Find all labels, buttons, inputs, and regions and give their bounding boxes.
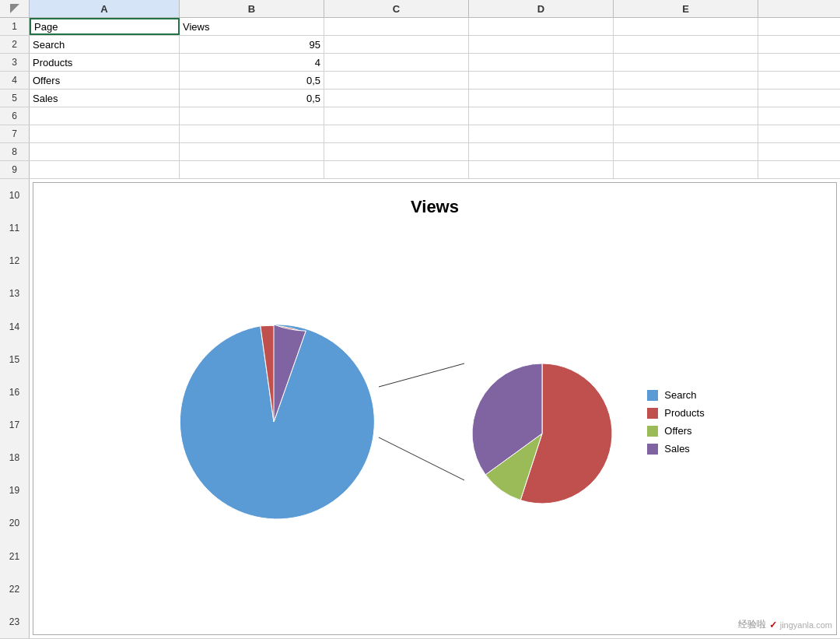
watermark-check-icon: ✓ [769, 620, 777, 630]
cell-b3[interactable]: 4 [180, 54, 324, 71]
cell-e1[interactable] [614, 18, 758, 35]
row-num-4: 4 [0, 72, 30, 89]
grid-area: 1 Page Views 2 Search 95 3 Products 4 [0, 18, 840, 639]
cell-c9[interactable] [324, 161, 469, 178]
legend-item-products: Products [647, 407, 704, 419]
cell-d8[interactable] [469, 143, 614, 160]
cell-b6[interactable] [180, 107, 324, 125]
connector-bottom-line [379, 437, 464, 480]
legend-color-products [647, 408, 658, 419]
legend-item-sales: Sales [647, 443, 704, 455]
select-all-icon[interactable] [10, 4, 19, 13]
row-num-16: 16 [0, 376, 30, 409]
cell-d6[interactable] [469, 107, 614, 125]
row-num-5: 5 [0, 90, 30, 107]
row-num-11: 11 [0, 212, 30, 244]
row-num-13: 13 [0, 277, 30, 310]
table-row: 1 Page Views [0, 18, 840, 36]
cell-b5[interactable]: 0,5 [180, 90, 324, 107]
cell-a2[interactable]: Search [30, 36, 180, 53]
row-num-23: 23 [0, 606, 30, 638]
table-row: 9 [0, 161, 840, 179]
cell-a1[interactable]: Page [30, 18, 180, 35]
cell-e4[interactable] [614, 72, 758, 89]
row-num-10: 10 [0, 179, 30, 212]
cell-d3[interactable] [469, 54, 614, 71]
cell-d2[interactable] [469, 36, 614, 53]
cell-c4[interactable] [324, 72, 469, 89]
row-num-9: 9 [0, 161, 30, 178]
row-num-header [0, 0, 30, 17]
legend-label-sales: Sales [664, 443, 690, 455]
row-num-7: 7 [0, 125, 30, 142]
legend-item-search: Search [647, 389, 704, 401]
cell-c5[interactable] [324, 90, 469, 107]
row-num-15: 15 [0, 343, 30, 376]
row-num-1: 1 [0, 18, 30, 35]
cell-b7[interactable] [180, 125, 324, 142]
main-pie-chart [165, 317, 383, 527]
cell-b4[interactable]: 0,5 [180, 72, 324, 89]
cell-b9[interactable] [180, 161, 324, 178]
row-num-12: 12 [0, 244, 30, 277]
cell-e9[interactable] [614, 161, 758, 178]
cell-a6[interactable] [30, 107, 180, 125]
watermark-text: 经验啦 [738, 618, 766, 631]
row-num-17: 17 [0, 409, 30, 441]
row-num-14: 14 [0, 311, 30, 343]
legend-color-sales [647, 444, 658, 455]
table-row: 6 [0, 107, 840, 125]
chart-container: Views [33, 182, 837, 635]
cell-d1[interactable] [469, 18, 614, 35]
legend-color-offers [647, 426, 658, 437]
cell-e6[interactable] [614, 107, 758, 125]
legend-item-offers: Offers [647, 425, 704, 437]
col-header-c[interactable]: C [324, 0, 469, 17]
col-header-e[interactable]: E [614, 0, 758, 17]
col-header-d[interactable]: D [469, 0, 614, 17]
table-row: 2 Search 95 [0, 36, 840, 54]
table-row: 5 Sales 0,5 [0, 90, 840, 107]
cell-e2[interactable] [614, 36, 758, 53]
cell-d9[interactable] [469, 161, 614, 178]
col-header-a[interactable]: A [30, 0, 180, 17]
cell-c1[interactable] [324, 18, 469, 35]
cell-c3[interactable] [324, 54, 469, 71]
cell-d5[interactable] [469, 90, 614, 107]
column-headers: A B C D E [0, 0, 840, 18]
cell-a8[interactable] [30, 143, 180, 160]
legend-label-search: Search [664, 389, 696, 401]
exploded-pie-chart [460, 352, 624, 515]
table-row: 7 [0, 125, 840, 143]
cell-a7[interactable] [30, 125, 180, 142]
cell-d4[interactable] [469, 72, 614, 89]
row-num-19: 19 [0, 474, 30, 507]
connector-top-line [379, 363, 464, 387]
cell-c6[interactable] [324, 107, 469, 125]
cell-e7[interactable] [614, 125, 758, 142]
cell-e8[interactable] [614, 143, 758, 160]
cell-a4[interactable]: Offers [30, 72, 180, 89]
cell-b2[interactable]: 95 [180, 36, 324, 53]
watermark: 经验啦 ✓ jingyanlа.com [738, 618, 832, 631]
cell-d7[interactable] [469, 125, 614, 142]
row-num-8: 8 [0, 143, 30, 160]
row-num-18: 18 [0, 441, 30, 474]
cell-c2[interactable] [324, 36, 469, 53]
cell-a5[interactable]: Sales [30, 90, 180, 107]
cell-b8[interactable] [180, 143, 324, 160]
legend-label-products: Products [664, 407, 704, 419]
cell-b1[interactable]: Views [180, 18, 324, 35]
cell-e3[interactable] [614, 54, 758, 71]
row-num-6: 6 [0, 107, 30, 125]
table-row: 8 [0, 143, 840, 161]
row-num-3: 3 [0, 54, 30, 71]
cell-a9[interactable] [30, 161, 180, 178]
cell-e5[interactable] [614, 90, 758, 107]
legend-label-offers: Offers [664, 425, 691, 437]
cell-c7[interactable] [324, 125, 469, 142]
col-header-b[interactable]: B [180, 0, 324, 17]
cell-a3[interactable]: Products [30, 54, 180, 71]
spreadsheet: A B C D E 1 Page Views 2 Search 95 3 Pro… [0, 0, 840, 639]
cell-c8[interactable] [324, 143, 469, 160]
